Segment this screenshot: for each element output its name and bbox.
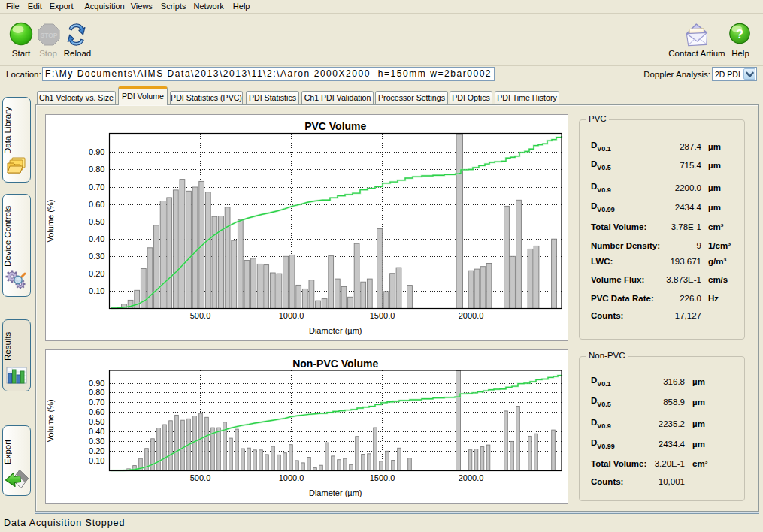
svg-text:2000.0: 2000.0 bbox=[459, 311, 484, 320]
svg-text:0.90: 0.90 bbox=[89, 147, 104, 156]
svg-text:0.70: 0.70 bbox=[89, 397, 104, 407]
svg-text:0.40: 0.40 bbox=[89, 427, 104, 436]
svg-text:Volume (%): Volume (%) bbox=[46, 399, 55, 442]
svg-text:PVC Volume: PVC Volume bbox=[304, 120, 366, 132]
svg-text:0.70: 0.70 bbox=[89, 183, 104, 192]
svg-text:2000.0: 2000.0 bbox=[459, 473, 484, 482]
svg-text:0.30: 0.30 bbox=[89, 252, 104, 261]
svg-text:500.0: 500.0 bbox=[190, 473, 211, 482]
svg-text:0.10: 0.10 bbox=[89, 456, 104, 465]
svg-text:Non-PVC Volume: Non-PVC Volume bbox=[292, 358, 378, 370]
svg-text:0.80: 0.80 bbox=[89, 165, 104, 174]
svg-text:0.80: 0.80 bbox=[89, 388, 104, 397]
svg-text:0.10: 0.10 bbox=[89, 286, 104, 295]
svg-text:1500.0: 1500.0 bbox=[370, 311, 395, 320]
svg-text:1000.0: 1000.0 bbox=[279, 311, 304, 320]
svg-text:?: ? bbox=[736, 27, 743, 41]
svg-text:1500.0: 1500.0 bbox=[370, 473, 395, 482]
svg-text:Diameter (µm): Diameter (µm) bbox=[309, 326, 362, 335]
svg-text:0.20: 0.20 bbox=[89, 269, 104, 278]
svg-text:Volume (%): Volume (%) bbox=[46, 200, 55, 243]
svg-text:0.60: 0.60 bbox=[89, 407, 104, 416]
svg-text:0.20: 0.20 bbox=[89, 446, 104, 455]
svg-text:0.90: 0.90 bbox=[89, 379, 104, 388]
svg-text:500.0: 500.0 bbox=[190, 311, 211, 320]
svg-text:1000.0: 1000.0 bbox=[279, 473, 304, 482]
svg-text:STOP: STOP bbox=[41, 32, 58, 39]
svg-text:0.60: 0.60 bbox=[89, 200, 104, 209]
svg-text:0.40: 0.40 bbox=[89, 234, 104, 243]
svg-text:0.50: 0.50 bbox=[89, 417, 104, 426]
svg-text:0.30: 0.30 bbox=[89, 437, 104, 446]
svg-text:Diameter (µm): Diameter (µm) bbox=[309, 488, 362, 497]
svg-text:0.50: 0.50 bbox=[89, 217, 104, 226]
